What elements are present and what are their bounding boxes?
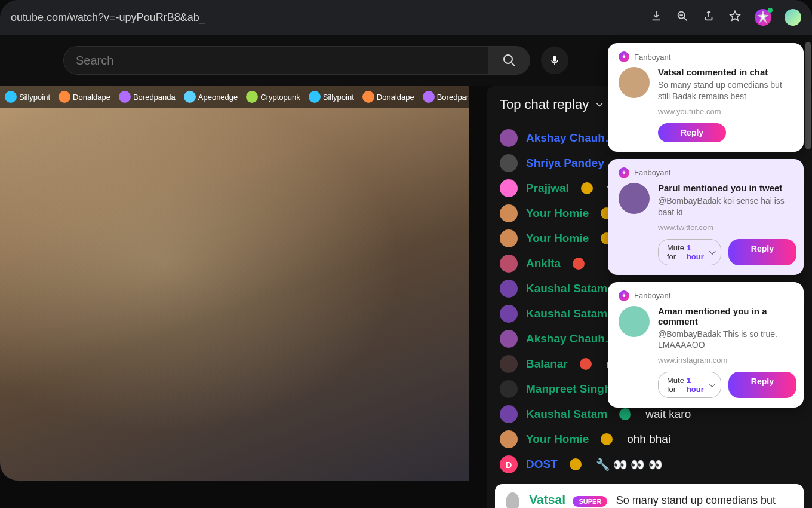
- card-profile-avatar: [619, 183, 650, 214]
- card-profile-avatar: [619, 67, 650, 98]
- reply-button[interactable]: Reply: [728, 372, 796, 398]
- search-input[interactable]: [63, 46, 488, 75]
- card-message: @BombayBadak This is so true. LMAAAAOO: [658, 329, 793, 351]
- creator-name: Sillypoint: [19, 93, 50, 102]
- reply-button[interactable]: Reply: [728, 239, 796, 265]
- svg-point-1: [504, 55, 512, 63]
- card-message: @BombayBadak koi sense hai iss baat ki: [658, 195, 793, 218]
- creator-chip[interactable]: Apeonedge: [184, 91, 238, 103]
- pinned-body: Vatsal SUPER So many stand up comedians …: [529, 492, 793, 508]
- chat-user-badge-icon: [573, 258, 585, 270]
- card-action-row: Mute for 1 hourReply: [658, 239, 793, 265]
- chrome-action-icons: [650, 9, 801, 26]
- chat-avatar: [500, 355, 518, 373]
- card-title: Vatsal commented in chat: [658, 67, 793, 77]
- chat-avatar: [500, 430, 518, 448]
- mute-label: Mute for: [667, 243, 684, 261]
- voice-search-button[interactable]: [541, 47, 568, 74]
- card-source-site: www.instagram.com: [658, 356, 793, 365]
- mute-duration: 1 hour: [687, 376, 704, 394]
- creator-avatar-icon: [246, 91, 258, 103]
- chat-user-name: Ankita: [526, 257, 561, 270]
- card-body: Aman mentioned you in a comment@BombayBa…: [619, 306, 793, 365]
- card-source-site: www.twitter.com: [658, 223, 793, 232]
- creator-name: Cryptopunk: [260, 93, 300, 102]
- video-frame-illustration: [0, 86, 469, 481]
- creator-chip[interactable]: Boredpanda: [119, 91, 176, 103]
- creator-chip[interactable]: Sillypoint: [5, 91, 50, 103]
- chat-message[interactable]: Your Homieohh bhai: [487, 427, 812, 452]
- chat-user-name: Akshay Chauh…: [526, 131, 616, 145]
- chat-user-name: Your Homie: [526, 232, 589, 245]
- chat-avatar: [500, 380, 518, 398]
- chat-message[interactable]: DDOST🔧 👀 👀 👀: [487, 452, 812, 477]
- card-brand-name: Fanboyant: [634, 53, 670, 62]
- chat-user-name: Prajjwal: [526, 182, 569, 195]
- svg-rect-2: [553, 56, 556, 62]
- chat-avatar: [500, 129, 518, 147]
- creator-ticker-strip: SillypointDonaldapeBoredpandaApeonedgeCr…: [0, 86, 469, 108]
- card-source-site: www.youtube.com: [658, 107, 793, 116]
- reply-button[interactable]: Reply: [658, 123, 726, 142]
- mute-dropdown[interactable]: Mute for 1 hour: [658, 372, 721, 398]
- fanboyant-logo-icon: [619, 290, 629, 301]
- creator-name: Donaldape: [73, 93, 110, 102]
- mute-duration: 1 hour: [687, 243, 704, 261]
- notification-card: FanboyantVatsal commented in chatSo many…: [608, 43, 804, 152]
- creator-avatar-icon: [59, 91, 70, 103]
- chat-avatar: [500, 179, 518, 197]
- chat-user-name: Your Homie: [526, 433, 589, 446]
- super-chat-badge: SUPER: [573, 496, 607, 507]
- card-brand-name: Fanboyant: [634, 168, 670, 177]
- mute-label: Mute for: [667, 376, 684, 394]
- video-player[interactable]: SillypointDonaldapeBoredpandaApeonedgeCr…: [0, 86, 469, 481]
- card-brand: Fanboyant: [619, 167, 793, 178]
- mute-dropdown[interactable]: Mute for 1 hour: [658, 239, 721, 265]
- creator-chip[interactable]: Boredpanda: [423, 91, 469, 103]
- chat-avatar: [500, 229, 518, 247]
- chat-avatar: [500, 405, 518, 423]
- chat-avatar: [500, 280, 518, 298]
- pinned-user-name: Vatsal: [529, 492, 565, 506]
- chat-user-name: Akshay Chauh…: [526, 332, 616, 345]
- fanboyant-extension-icon[interactable]: [755, 9, 771, 26]
- chat-avatar: [500, 204, 518, 222]
- creator-name: Apeonedge: [198, 93, 238, 102]
- chat-header-label: Top chat replay: [500, 97, 589, 112]
- creator-chip[interactable]: Donaldape: [362, 91, 414, 103]
- download-icon[interactable]: [650, 10, 663, 25]
- page-scrollbar-thumb[interactable]: [805, 42, 811, 149]
- profile-avatar[interactable]: [785, 9, 801, 26]
- chat-text: 🔧 👀 👀 👀: [596, 458, 663, 472]
- fanboyant-logo-icon: [619, 51, 629, 62]
- creator-name: Boredpanda: [437, 93, 469, 102]
- zoom-icon[interactable]: [676, 10, 689, 25]
- notification-card-stack: FanboyantVatsal commented in chatSo many…: [608, 43, 804, 408]
- chat-user-name: Kaushal Satam: [526, 282, 607, 295]
- creator-chip[interactable]: Donaldape: [59, 91, 110, 103]
- chat-user-badge-icon: [570, 458, 582, 470]
- chat-user-name: Balanar: [526, 357, 568, 371]
- creator-chip[interactable]: Cryptopunk: [246, 91, 300, 103]
- card-title: Aman mentioned you in a comment: [658, 306, 793, 326]
- chevron-down-icon: [593, 99, 605, 111]
- creator-name: Donaldape: [377, 93, 414, 102]
- card-title: Parul mentioned you in tweet: [658, 183, 793, 193]
- address-bar-url[interactable]: outube.com/watch?v=-upyPouRrB8&ab_: [11, 11, 639, 24]
- creator-name: Boredpanda: [133, 93, 176, 102]
- search-button[interactable]: [488, 46, 530, 75]
- star-icon[interactable]: [728, 10, 742, 25]
- creator-avatar-icon: [423, 91, 435, 103]
- card-body: Parul mentioned you in tweet@BombayBadak…: [619, 183, 793, 232]
- creator-chip[interactable]: Sillypoint: [309, 91, 354, 103]
- chat-avatar: [500, 305, 518, 323]
- chat-user-name: Kaushal Satam: [526, 307, 607, 320]
- chat-user-badge-icon: [619, 408, 631, 420]
- creator-name: Sillypoint: [323, 93, 354, 102]
- notification-card: FanboyantAman mentioned you in a comment…: [608, 282, 804, 408]
- chat-user-badge-icon: [601, 433, 613, 445]
- share-icon[interactable]: [702, 10, 715, 25]
- card-brand: Fanboyant: [619, 51, 793, 62]
- pinned-chat-message[interactable]: Vatsal SUPER So many stand up comedians …: [495, 484, 804, 508]
- chat-avatar: D: [500, 455, 518, 473]
